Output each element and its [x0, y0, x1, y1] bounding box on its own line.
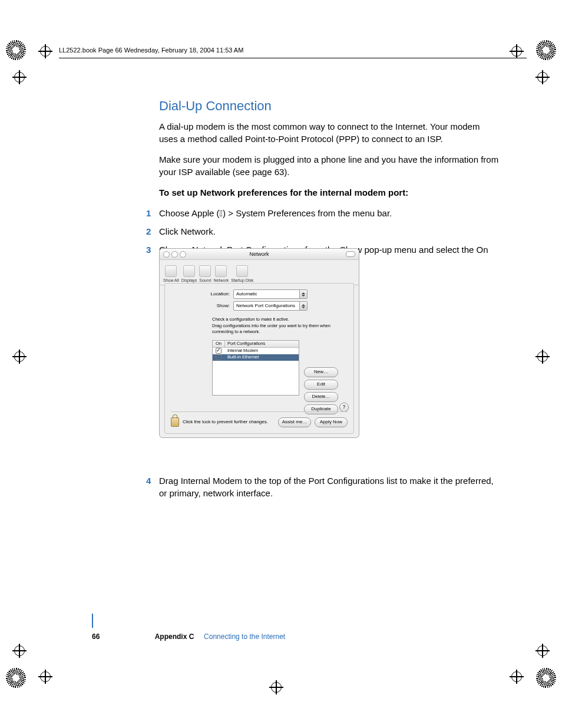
toolbar-network[interactable]: Network	[214, 265, 229, 284]
document-body: Dial-Up Connection A dial-up modem is th…	[159, 97, 501, 505]
on-checkbox[interactable]	[213, 348, 225, 354]
lock-text: Click the lock to prevent further change…	[183, 419, 268, 425]
location-row: Location: Automatic	[165, 289, 353, 299]
startup-disk-icon	[236, 265, 248, 277]
minimize-icon[interactable]	[171, 251, 178, 258]
lock-icon[interactable]	[171, 417, 179, 427]
location-select[interactable]: Automatic	[233, 289, 308, 299]
print-mark	[536, 668, 556, 688]
step-list-cont: 4Drag Internal Modem to the top of the P…	[159, 475, 501, 499]
procedure-title: To set up Network preferences for the in…	[159, 186, 501, 199]
network-prefs-window: Network Show All Displays Sound Network …	[159, 248, 359, 438]
print-mark	[511, 46, 522, 57]
side-buttons: New… Edit Delete… Duplicate	[304, 367, 338, 414]
print-mark	[6, 668, 26, 688]
displays-icon	[183, 265, 195, 277]
close-icon[interactable]	[163, 251, 170, 258]
print-mark	[14, 72, 25, 83]
help-button[interactable]: ?	[339, 403, 349, 412]
print-mark	[537, 351, 548, 362]
step: 2Click Network.	[159, 225, 501, 238]
table-header: OnPort Configurations	[213, 341, 299, 348]
paragraph: A dial-up modem is the most common way t…	[159, 120, 501, 145]
titlebar: Network	[160, 249, 359, 260]
network-icon	[215, 265, 227, 277]
step: 4Drag Internal Modem to the top of the P…	[159, 475, 501, 499]
footer-rule	[92, 614, 93, 628]
traffic-lights[interactable]	[163, 251, 186, 258]
assist-me-button[interactable]: Assist me…	[278, 417, 311, 427]
chevron-updown-icon	[299, 302, 307, 310]
sound-icon	[199, 265, 211, 277]
print-mark	[40, 46, 51, 57]
toolbar-sound[interactable]: Sound	[199, 265, 211, 284]
page-number: 66	[92, 633, 100, 641]
show-select[interactable]: Network Port Configurations	[233, 301, 308, 311]
paragraph: Make sure your modem is plugged into a p…	[159, 153, 501, 178]
show-label: Show:	[165, 302, 233, 309]
new-button[interactable]: New…	[304, 367, 338, 377]
print-mark	[14, 645, 25, 656]
print-mark	[511, 671, 522, 682]
content-pane: Location: Automatic Show: Network Port C…	[164, 283, 354, 434]
toolbar: Show All Displays Sound Network Startup …	[160, 260, 359, 285]
on-checkbox[interactable]	[213, 354, 225, 360]
print-mark	[271, 682, 282, 693]
step: 1Choose Apple () > System Preferences f…	[159, 207, 501, 219]
toolbar-show-all[interactable]: Show All	[163, 265, 179, 284]
toolbar-toggle[interactable]	[346, 251, 355, 257]
print-mark	[536, 40, 556, 60]
hint-text: Check a configuration to make it active.…	[212, 317, 336, 335]
heading: Dial-Up Connection	[159, 97, 501, 116]
print-header-rule	[59, 58, 527, 58]
show-row: Show: Network Port Configurations	[165, 301, 353, 311]
location-label: Location:	[165, 291, 233, 297]
delete-button[interactable]: Delete…	[304, 392, 338, 402]
page-footer: 66 Appendix C Connecting to the Internet	[92, 633, 285, 641]
print-mark	[40, 671, 51, 682]
toolbar-startup-disk[interactable]: Startup Disk	[231, 265, 253, 284]
toolbar-displays[interactable]: Displays	[181, 265, 197, 284]
print-mark	[6, 40, 26, 60]
print-mark	[537, 645, 548, 656]
edit-button[interactable]: Edit	[304, 380, 338, 390]
page: LL2522.book Page 66 Wednesday, February …	[0, 0, 562, 728]
window-title: Network	[160, 249, 359, 259]
print-mark	[537, 72, 548, 83]
table-row[interactable]: Built-in Ethernet	[213, 354, 299, 361]
port-config-table[interactable]: OnPort Configurations Internal Modem Bui…	[212, 340, 299, 396]
print-mark	[14, 351, 25, 362]
lock-row: Click the lock to prevent further change…	[171, 411, 348, 429]
apply-now-button[interactable]: Apply Now	[315, 417, 348, 427]
show-all-icon	[165, 265, 177, 277]
table-row[interactable]: Internal Modem	[213, 348, 299, 354]
print-header: LL2522.book Page 66 Wednesday, February …	[59, 47, 243, 54]
chapter-title: Connecting to the Internet	[204, 633, 285, 641]
zoom-icon[interactable]	[180, 251, 186, 258]
appendix-label: Appendix C	[155, 633, 194, 641]
chevron-updown-icon	[299, 290, 307, 298]
